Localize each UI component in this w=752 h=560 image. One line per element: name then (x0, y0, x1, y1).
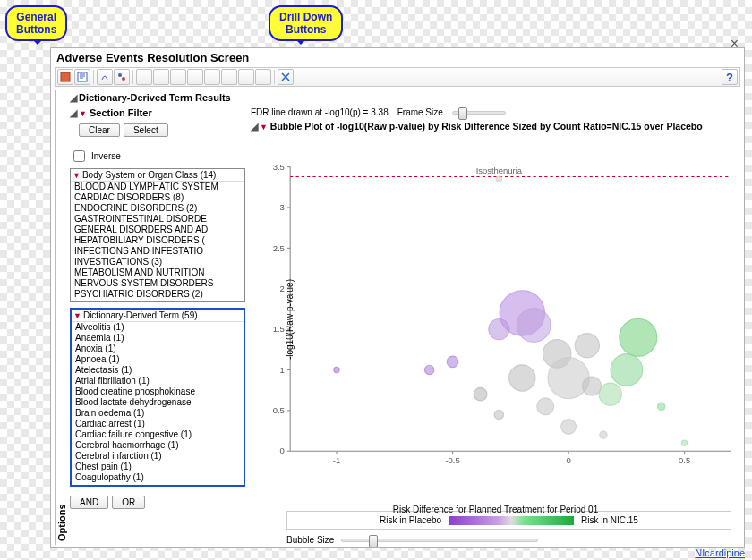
select-button[interactable]: Select (124, 123, 168, 137)
list-item[interactable]: GASTROINTESTINAL DISORDE (71, 214, 244, 225)
list-item[interactable]: INVESTIGATIONS (3) (71, 257, 244, 267)
callout-drill-down: Drill DownButtons (269, 5, 343, 41)
svg-text:1.5: 1.5 (273, 324, 285, 334)
list-item[interactable]: Atelectasis (1) (72, 365, 244, 376)
svg-point-50 (561, 420, 577, 435)
svg-point-51 (600, 431, 607, 438)
svg-point-44 (582, 377, 601, 395)
bubble-size-slider[interactable] (341, 539, 538, 542)
toolbar-button-13[interactable] (278, 69, 294, 85)
svg-text:0.5: 0.5 (679, 455, 690, 465)
list-item[interactable]: Coagulopathy (1) (72, 472, 244, 483)
list-item[interactable]: METABOLISM AND NUTRITION (71, 267, 244, 278)
toolbar-button-9[interactable] (204, 69, 220, 85)
list-item[interactable]: HEPATOBILIARY DISORDERS ( (71, 235, 244, 246)
x-axis-label: Risk Difference for Planned Treatment fo… (393, 505, 598, 514)
list-item[interactable]: PSYCHIATRIC DISORDERS (2) (71, 289, 244, 300)
toolbar-button-5[interactable] (136, 69, 152, 85)
list-item[interactable]: Cerebral haemorrhage (1) (72, 440, 244, 451)
bubble-plot[interactable]: -log10(Raw p-value) 00.511.522.533.5-1-0… (251, 135, 740, 504)
toolbar-button-6[interactable] (153, 69, 169, 85)
list-item[interactable]: ENDOCRINE DISORDERS (2) (71, 203, 244, 214)
list-item[interactable]: Atrial fibrillation (1) (72, 376, 244, 386)
svg-point-52 (682, 440, 688, 445)
close-icon[interactable]: × (731, 36, 739, 52)
svg-text:1: 1 (280, 365, 285, 375)
toolbar: ? (55, 67, 740, 87)
svg-point-2 (118, 73, 122, 77)
list-item[interactable]: Alveolitis (1) (72, 322, 244, 333)
list-item[interactable]: NERVOUS SYSTEM DISORDERS (71, 278, 244, 289)
toolbar-button-11[interactable] (238, 69, 254, 85)
svg-point-34 (489, 319, 509, 340)
list-item[interactable]: Cerebral infarction (1) (72, 451, 244, 462)
svg-text:3.5: 3.5 (273, 162, 285, 172)
svg-point-47 (537, 398, 554, 415)
svg-text:0.5: 0.5 (273, 405, 285, 415)
inverse-label: Inverse (91, 151, 121, 161)
list-item[interactable]: Brain oedema (1) (72, 408, 244, 419)
svg-text:-1: -1 (333, 455, 340, 465)
or-button[interactable]: OR (112, 496, 145, 509)
derived-term-header: ▼Dictionary-Derived Term (59) (72, 310, 244, 322)
svg-point-49 (494, 410, 504, 420)
list-item[interactable]: Blood creatine phosphokinase (72, 386, 244, 397)
svg-point-31 (496, 176, 501, 182)
list-item[interactable]: Blood lactate dehydrogenase (72, 397, 244, 408)
results-title: ◢Dictionary-Derived Term Results (70, 90, 740, 106)
section-filter-panel: ◢▼ Section Filter Clear Select Inverse ▼… (70, 106, 245, 545)
frame-size-slider[interactable] (452, 111, 506, 115)
toolbar-button-12[interactable] (255, 69, 271, 85)
toolbar-button-1[interactable] (57, 69, 73, 85)
svg-point-42 (548, 357, 589, 398)
toolbar-button-4[interactable] (114, 69, 130, 85)
fdr-text: FDR line drawn at -log10(p) = 3.38 (251, 107, 389, 117)
toolbar-button-3[interactable] (97, 69, 113, 85)
callout-general: GeneralButtons (5, 5, 67, 41)
list-item[interactable]: Chest pain (1) (72, 462, 244, 472)
legend-right: Risk in NIC.15 (581, 515, 638, 525)
toolbar-button-10[interactable] (221, 69, 237, 85)
list-item[interactable]: Apnoea (1) (72, 354, 244, 365)
list-item[interactable]: RENAL AND URINARY DISORD (71, 300, 244, 302)
svg-point-40 (334, 367, 339, 372)
toolbar-button-2[interactable] (74, 69, 90, 85)
svg-point-35 (620, 318, 657, 356)
list-item[interactable]: Cardiac failure congestive (1) (72, 429, 244, 440)
svg-text:Isosthenuria: Isosthenuria (476, 165, 523, 175)
body-system-listbox[interactable]: ▼Body System or Organ Class (14) BLOOD A… (70, 168, 245, 302)
svg-text:0: 0 (280, 445, 285, 455)
toolbar-button-8[interactable] (187, 69, 203, 85)
list-item[interactable]: Cardiac arrest (1) (72, 419, 244, 429)
plot-title: ◢▼ Bubble Plot of -log10(Raw p-value) by… (251, 119, 740, 135)
main-window: × Adverse Events Resolution Screen ? Opt… (50, 47, 745, 548)
options-tab[interactable]: Options (55, 90, 68, 545)
list-item[interactable]: BLOOD AND LYMPHATIC SYSTEM (71, 182, 244, 192)
svg-text:-0.5: -0.5 (445, 455, 459, 465)
list-item[interactable]: CARDIAC DISORDERS (8) (71, 192, 244, 203)
list-item[interactable]: Anoxia (1) (72, 344, 244, 354)
window-title: Adverse Events Resolution Screen (51, 48, 744, 67)
svg-point-48 (658, 403, 665, 410)
help-button[interactable]: ? (722, 69, 738, 85)
list-item[interactable]: Anaemia (1) (72, 333, 244, 344)
and-button[interactable]: AND (70, 496, 108, 509)
toolbar-button-7[interactable] (170, 69, 186, 85)
y-axis-label: -log10(Raw p-value) (285, 279, 295, 360)
svg-point-41 (611, 354, 643, 386)
footer-link[interactable]: NIcardipine (695, 547, 745, 558)
svg-point-39 (424, 365, 434, 375)
list-item[interactable]: GENERAL DISORDERS AND AD (71, 225, 244, 235)
section-filter-title: ◢▼ Section Filter (70, 106, 245, 121)
list-item[interactable]: INFECTIONS AND INFESTATIO (71, 246, 244, 257)
clear-button[interactable]: Clear (79, 123, 120, 137)
derived-term-listbox[interactable]: ▼Dictionary-Derived Term (59) Alveolitis… (70, 308, 245, 487)
legend-left: Risk in Placebo (380, 515, 441, 525)
svg-point-43 (509, 365, 535, 391)
inverse-checkbox[interactable] (73, 150, 85, 162)
svg-text:0: 0 (566, 455, 570, 465)
svg-point-3 (122, 77, 125, 81)
gradient-bar (449, 516, 574, 525)
svg-point-45 (474, 387, 487, 401)
frame-size-label: Frame Size (397, 107, 443, 117)
